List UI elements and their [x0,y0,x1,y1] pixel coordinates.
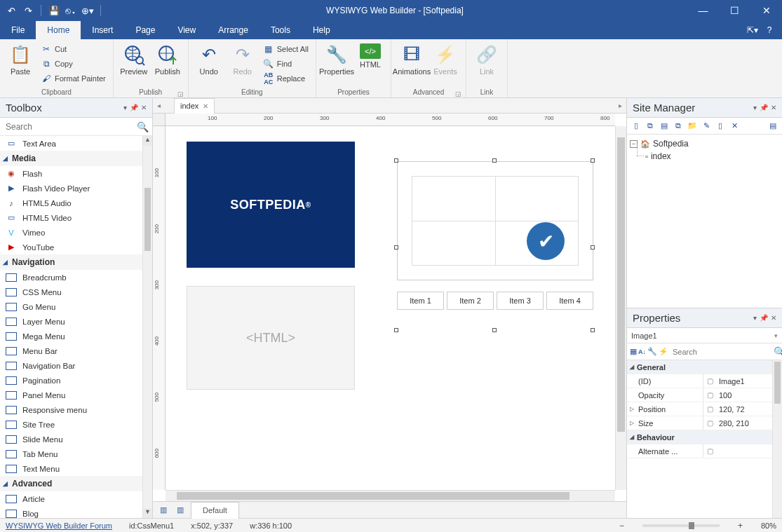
toolbox-item[interactable]: Blog [0,506,142,518]
props-search-icon[interactable]: 🔍 [774,346,782,357]
zoom-knob[interactable] [689,522,694,529]
toolbox-item[interactable]: Tab Menu [0,446,142,461]
props-bolt-icon[interactable]: ⚡ [659,346,668,358]
paste-button[interactable]: 📋 Paste [4,42,36,77]
toolbox-item[interactable]: Mega Menu [0,329,142,343]
properties-object-select[interactable]: Image1 [627,328,782,343]
props-row[interactable]: (ID)▢Image1 [627,374,782,388]
panel-close-icon[interactable]: ✕ [141,104,147,111]
menu-item-3[interactable]: Item 3 [497,292,544,310]
sm-new-page-icon[interactable]: ▯ [630,120,642,132]
sm-properties-icon[interactable]: ▤ [767,120,779,132]
props-pin-icon[interactable]: 📌 [760,314,768,322]
sm-edit-icon[interactable]: ▤ [658,120,670,132]
toolbox-item[interactable]: Article [0,491,142,506]
vscroll-thumb[interactable] [617,137,625,432]
save-icon[interactable]: 💾 [48,5,60,16]
copy-button[interactable]: ⧉Copy [38,57,109,71]
panel-options-icon[interactable]: ▾ [123,104,127,111]
preview-qat-icon[interactable]: ⊕▾ [82,5,93,16]
selection-handle[interactable] [591,328,595,332]
props-scrollbar[interactable] [772,360,782,518]
html-button[interactable]: </> HTML [354,42,386,70]
sm-folder-icon[interactable]: 📁 [686,120,699,132]
format-painter-button[interactable]: 🖌Format Painter [38,71,109,86]
selection-handle[interactable] [394,245,398,250]
redo-button[interactable]: ↷ Redo [227,42,259,77]
sm-options-icon[interactable]: ▾ [753,104,757,111]
props-category[interactable]: ◢Behaviour [627,430,782,444]
sm-delete-icon[interactable]: ▯ [714,120,727,132]
toolbox-item[interactable]: Navigation Bar [0,358,142,373]
toolbox-category[interactable]: ◢Navigation [0,254,142,270]
props-scroll-thumb[interactable] [774,362,781,404]
toolbox-item[interactable]: ▶Flash Video Player [0,181,142,196]
undo-button[interactable]: ↶ Undo [193,42,225,77]
collapse-icon[interactable]: ◢ [627,364,637,370]
toolbox-item[interactable]: ♪HTML5 Audio [0,196,142,210]
selection-handle[interactable] [591,245,595,250]
panel-pin-icon[interactable]: 📌 [130,104,138,111]
props-categorized-icon[interactable]: ▦ [630,346,637,358]
sm-clone-icon[interactable]: ⧉ [644,120,656,132]
collapse-icon[interactable]: ◢ [627,434,637,440]
props-row[interactable]: Alternate ...▢ [627,444,782,458]
sm-page-index[interactable]: ▫ index [645,150,779,163]
selection-handle[interactable] [394,158,398,163]
toolbox-item[interactable]: Breadcrumb [0,270,142,285]
toolbox-item[interactable]: Responsive menu [0,402,142,417]
selection-handle[interactable] [492,328,497,332]
select-all-button[interactable]: ▦Select All [260,42,311,56]
menu-item-4[interactable]: Item 4 [546,292,593,310]
props-row[interactable]: ▷Size▢280, 210 [627,416,782,430]
properties-search-input[interactable] [670,346,772,357]
props-wrench-icon[interactable]: 🔧 [647,346,657,358]
props-alpha-icon[interactable]: A↓ [638,346,646,358]
tab-nav-left[interactable]: ◂ [157,102,161,109]
menu-item-1[interactable]: Item 1 [397,292,444,310]
zoom-slider[interactable] [642,524,720,527]
tab-view[interactable]: View [166,21,207,39]
undo-icon[interactable]: ↶ [6,5,17,16]
props-category[interactable]: ◢General [627,360,782,374]
find-button[interactable]: 🔍Find [260,57,311,71]
toolbox-item[interactable]: ▭HTML5 Video [0,210,142,225]
sm-copy-icon[interactable]: ⧉ [672,120,685,132]
toolbox-item[interactable]: Menu Bar [0,343,142,358]
layer-tab-default[interactable]: Default [191,502,239,519]
toolbox-item[interactable]: ▭Text Area [0,136,142,151]
sm-rename-icon[interactable]: ✎ [700,120,713,132]
toolbox-scrollbar[interactable]: ▲ ▼ [142,136,152,518]
events-button[interactable]: ⚡ Events [429,42,461,77]
breakpoint-manage-icon[interactable]: ▥ [174,504,187,517]
toolbox-item[interactable]: Site Tree [0,417,142,432]
canvas-css-menu[interactable]: Item 1 Item 2 Item 3 Item 4 [397,292,593,310]
tab-page[interactable]: Page [124,21,166,39]
canvas-html-object[interactable]: <HTML> [187,286,355,390]
tab-nav-right[interactable]: ▸ [619,102,622,109]
redo-icon[interactable]: ↷ [22,5,34,16]
advanced-dialog-launcher[interactable]: ◲ [455,90,461,97]
toolbox-item[interactable]: ◉Flash [0,166,142,181]
properties-button[interactable]: 🔧 Properties [321,42,353,77]
toolbox-search-input[interactable] [3,121,135,133]
menu-item-2[interactable]: Item 2 [447,292,494,310]
help-icon[interactable]: ? [762,23,776,37]
props-close-icon[interactable]: ✕ [771,314,776,322]
canvas-image-frame[interactable]: ✔ [397,161,593,280]
toolbox-category[interactable]: ◢Media [0,151,142,166]
sm-root-node[interactable]: − 🏠 Softpedia [630,137,779,150]
tab-file[interactable]: File [0,21,36,39]
search-icon[interactable]: 🔍 [135,121,149,132]
tab-close-icon[interactable]: ✕ [203,102,208,110]
publish-qat-icon[interactable]: ⎋▾ [65,5,76,16]
props-options-icon[interactable]: ▾ [753,314,757,322]
toolbox-item[interactable]: Pagination [0,373,142,388]
tab-tools[interactable]: Tools [259,21,302,39]
publish-button[interactable]: Publish [151,42,184,77]
selection-handle[interactable] [591,158,595,163]
canvas[interactable]: SOFTPEDIA® <HTML> ✔ Item 1 Item 2 Item 3… [166,126,615,490]
props-row[interactable]: ▷Position▢120, 72 [627,402,782,416]
site-manager-tree[interactable]: − 🏠 Softpedia ▫ index [627,135,782,308]
toolbox-item[interactable]: VVimeo [0,225,142,240]
